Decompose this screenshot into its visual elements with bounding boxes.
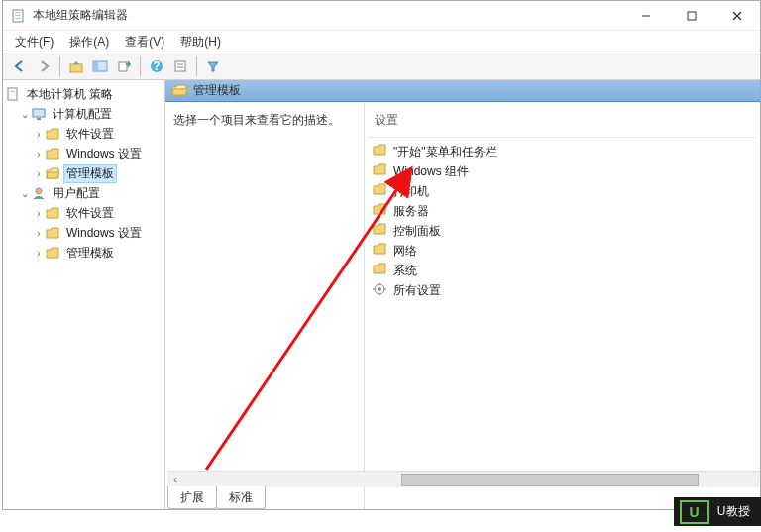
list-item-label: Windows 组件 bbox=[393, 163, 469, 180]
tree-user-config[interactable]: ⌄ 用户配置 bbox=[5, 183, 163, 203]
maximize-button[interactable] bbox=[669, 1, 714, 31]
svg-rect-18 bbox=[10, 91, 15, 92]
list-item[interactable]: 服务器 bbox=[369, 201, 756, 221]
folder-icon bbox=[45, 126, 60, 142]
tree-computer-admin[interactable]: › 管理模板 bbox=[5, 163, 163, 183]
doc-icon bbox=[5, 86, 21, 102]
toolbar-separator bbox=[59, 56, 60, 76]
menubar: 文件(F) 操作(A) 查看(V) 帮助(H) bbox=[3, 31, 760, 53]
tree-computer-software[interactable]: › 软件设置 bbox=[5, 124, 163, 144]
list-item-label: 所有设置 bbox=[393, 282, 441, 299]
folder-open-icon bbox=[171, 83, 187, 99]
tree-label: 管理模板 bbox=[63, 164, 117, 183]
menu-action[interactable]: 操作(A) bbox=[63, 32, 115, 53]
watermark-icon: U bbox=[680, 500, 709, 524]
watermark-brand: U教授 bbox=[717, 504, 751, 518]
tree-root[interactable]: 本地计算机 策略 bbox=[5, 84, 163, 104]
tree-label: 本地计算机 策略 bbox=[24, 86, 116, 103]
folder-icon bbox=[373, 203, 388, 219]
svg-rect-11 bbox=[119, 62, 127, 71]
show-hide-tree-button[interactable] bbox=[89, 55, 111, 77]
folder-open-icon bbox=[45, 165, 60, 181]
folder-icon bbox=[45, 245, 60, 261]
description-column: 选择一个项目来查看它的描述。 bbox=[165, 102, 364, 509]
tree-label: 软件设置 bbox=[63, 205, 117, 222]
column-header-setting[interactable]: 设置 bbox=[369, 108, 756, 138]
tree-user-software[interactable]: › 软件设置 bbox=[5, 203, 163, 223]
svg-rect-17 bbox=[8, 88, 17, 100]
minimize-button[interactable] bbox=[623, 1, 669, 31]
collapse-icon[interactable]: ⌄ bbox=[19, 109, 31, 120]
description-prompt: 选择一个项目来查看它的描述。 bbox=[173, 113, 340, 127]
toolbar-separator bbox=[196, 56, 197, 76]
expand-icon[interactable]: › bbox=[33, 228, 45, 239]
properties-button[interactable] bbox=[169, 55, 191, 77]
gear-icon bbox=[373, 282, 388, 298]
settings-list[interactable]: 设置 "开始"菜单和任务栏Windows 组件打印机服务器控制面板网络系统所有设… bbox=[364, 102, 760, 509]
menu-file[interactable]: 文件(F) bbox=[9, 32, 59, 53]
view-tabs: 扩展 标准 bbox=[167, 487, 265, 509]
list-item[interactable]: 控制面板 bbox=[369, 221, 756, 241]
expand-icon[interactable]: › bbox=[33, 149, 45, 160]
help-button[interactable]: ? bbox=[146, 55, 167, 77]
tree-label: 软件设置 bbox=[63, 126, 117, 143]
tree-pane[interactable]: 本地计算机 策略 ⌄ 计算机配置 › 软件设置 › Windows 设置 › 管… bbox=[3, 80, 165, 509]
folder-icon bbox=[45, 205, 60, 221]
folder-icon bbox=[373, 144, 388, 160]
export-button[interactable] bbox=[113, 55, 135, 77]
user-icon bbox=[31, 185, 47, 201]
expand-icon[interactable]: › bbox=[33, 248, 45, 259]
scroll-left-icon[interactable]: ‹ bbox=[167, 473, 183, 486]
folder-icon bbox=[45, 146, 60, 161]
list-item[interactable]: 所有设置 bbox=[369, 280, 756, 300]
tree-label: 计算机配置 bbox=[50, 106, 115, 123]
tree-label: Windows 设置 bbox=[63, 225, 145, 242]
tree-label: 管理模板 bbox=[63, 245, 117, 262]
svg-rect-2 bbox=[15, 15, 21, 16]
folder-icon bbox=[45, 225, 60, 241]
folder-icon bbox=[373, 163, 388, 179]
window-controls bbox=[623, 1, 760, 31]
tree-computer-config[interactable]: ⌄ 计算机配置 bbox=[5, 104, 163, 124]
svg-rect-8 bbox=[70, 64, 82, 72]
content-header: 管理模板 bbox=[165, 80, 760, 102]
expand-icon[interactable]: › bbox=[33, 129, 45, 140]
svg-rect-5 bbox=[688, 12, 696, 20]
tree-label: 用户配置 bbox=[50, 185, 103, 202]
toolbar: ? bbox=[3, 53, 760, 80]
forward-button[interactable] bbox=[33, 55, 54, 77]
list-item-label: 打印机 bbox=[393, 183, 429, 200]
titlebar: 本地组策略编辑器 bbox=[3, 1, 760, 31]
svg-rect-3 bbox=[15, 18, 21, 19]
filter-button[interactable] bbox=[202, 55, 224, 77]
content-body: 选择一个项目来查看它的描述。 设置 "开始"菜单和任务栏Windows 组件打印… bbox=[165, 102, 760, 509]
list-item[interactable]: Windows 组件 bbox=[369, 161, 756, 181]
watermark: U U教授 bbox=[674, 497, 761, 526]
list-item[interactable]: "开始"菜单和任务栏 bbox=[369, 142, 756, 161]
close-button[interactable] bbox=[714, 1, 760, 31]
expand-icon[interactable]: › bbox=[33, 208, 45, 219]
tab-standard[interactable]: 标准 bbox=[216, 486, 266, 509]
tree-computer-windows[interactable]: › Windows 设置 bbox=[5, 144, 163, 163]
tree-user-admin[interactable]: › 管理模板 bbox=[5, 243, 163, 263]
collapse-icon[interactable]: ⌄ bbox=[19, 188, 31, 199]
tree-user-windows[interactable]: › Windows 设置 bbox=[5, 223, 163, 243]
back-button[interactable] bbox=[9, 55, 31, 77]
up-button[interactable] bbox=[65, 55, 87, 77]
list-item[interactable]: 系统 bbox=[369, 261, 756, 280]
list-item[interactable]: 网络 bbox=[369, 241, 756, 261]
folder-icon bbox=[373, 263, 388, 278]
horizontal-scrollbar[interactable]: ‹ bbox=[167, 471, 760, 487]
scrollbar-thumb[interactable] bbox=[401, 474, 699, 486]
pc-icon bbox=[31, 106, 47, 122]
svg-point-23 bbox=[378, 287, 381, 291]
list-item-label: 服务器 bbox=[393, 203, 429, 220]
menu-help[interactable]: 帮助(H) bbox=[174, 32, 227, 53]
list-item[interactable]: 打印机 bbox=[369, 181, 756, 201]
tab-extended[interactable]: 扩展 bbox=[167, 486, 217, 509]
menu-view[interactable]: 查看(V) bbox=[119, 32, 170, 53]
list-item-label: "开始"菜单和任务栏 bbox=[393, 144, 497, 160]
window-title: 本地组策略编辑器 bbox=[33, 7, 623, 24]
folder-icon bbox=[373, 183, 388, 199]
expand-icon[interactable]: › bbox=[33, 168, 45, 179]
